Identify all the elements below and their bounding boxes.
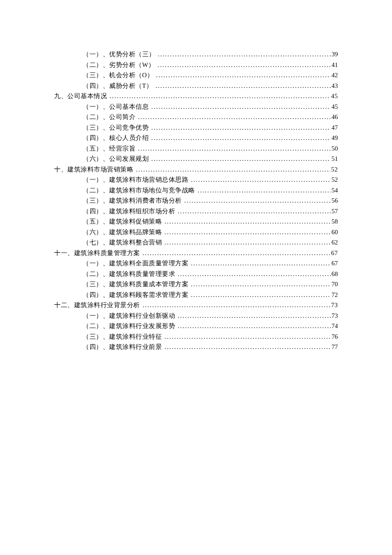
toc-entry-page: 42 [331, 70, 338, 81]
toc-leader-dots [110, 91, 330, 102]
toc-entry: （三）、机会分析（O）42 [83, 70, 338, 81]
toc-leader-dots [151, 154, 331, 164]
toc-entry-page: 73 [331, 311, 338, 321]
toc-entry-label: 九、公司基本情况 [54, 91, 107, 102]
toc-leader-dots [138, 112, 331, 122]
toc-entry: （二）、建筑涂料行业发展形势74 [83, 321, 338, 331]
toc-entry: （四）、建筑涂料顾客需求管理方案72 [83, 290, 338, 300]
toc-entry: （四）、建筑涂料行业前景77 [83, 342, 338, 352]
toc-leader-dots [151, 122, 331, 133]
toc-entry: （二）、公司简介46 [83, 112, 338, 122]
toc-entry-label: （四）、核心人员介绍 [83, 133, 149, 143]
toc-entry-page: 73 [331, 300, 338, 311]
toc-entry-page: 74 [331, 321, 338, 331]
toc-entry-page: 45 [331, 91, 338, 102]
toc-entry: （五）、经营宗旨50 [83, 143, 338, 154]
toc-entry-page: 52 [331, 174, 338, 185]
toc-entry: （六）、建筑涂料品牌策略60 [83, 227, 338, 238]
toc-entry-label: （一）、建筑涂料全面质量管理方案 [83, 258, 188, 269]
toc-leader-dots [138, 143, 331, 154]
toc-entry-label: （一）、建筑涂料市场营销总体思路 [83, 174, 188, 185]
toc-entry-label: （二）、建筑涂料行业发展形势 [83, 321, 175, 331]
toc-entry-label: （四）、威胁分析（T） [83, 81, 153, 91]
toc-entry-label: （三）、建筑涂料质量成本管理方案 [83, 279, 188, 290]
toc-entry-page: 72 [331, 290, 338, 300]
toc-entry-page: 77 [331, 342, 338, 352]
toc-entry: （一）、建筑涂料全面质量管理方案67 [83, 258, 338, 269]
toc-entry-page: 54 [331, 185, 338, 196]
toc-entry-page: 39 [331, 49, 338, 60]
toc-leader-dots [151, 102, 331, 112]
toc-entry-page: 62 [331, 237, 338, 248]
toc-entry-label: （二）、公司简介 [83, 112, 135, 122]
toc-entry-label: 十一、建筑涂料质量管理方案 [54, 248, 140, 259]
toc-leader-dots [156, 70, 331, 81]
toc-leader-dots [164, 216, 331, 227]
toc-entry: （七）、建筑涂料整合营销62 [83, 237, 338, 248]
toc-entry-label: （六）、公司发展规划 [83, 154, 149, 164]
toc-entry: （三）、公司竞争优势47 [83, 122, 338, 133]
toc-entry-page: 52 [331, 164, 338, 175]
toc-entry-page: 45 [331, 102, 338, 112]
toc-entry-page: 46 [331, 112, 338, 122]
toc-entry-page: 60 [331, 227, 338, 238]
toc-entry-label: （二）、建筑涂料市场地位与竞争战略 [83, 185, 195, 196]
toc-entry-label: （三）、建筑涂料消费者市场分析 [83, 195, 182, 206]
toc-entry-page: 67 [331, 248, 338, 259]
toc-leader-dots [156, 81, 331, 91]
toc-entry-label: （四）、建筑涂料组织市场分析 [83, 206, 175, 217]
toc-leader-dots [191, 279, 331, 290]
toc-leader-dots [151, 133, 331, 143]
toc-entry: （五）、建筑涂料促销策略58 [83, 216, 338, 227]
toc-entry-page: 67 [331, 258, 338, 269]
toc-leader-dots [178, 269, 331, 279]
toc-leader-dots [184, 195, 331, 206]
toc-entry-label: （三）、公司竞争优势 [83, 122, 149, 133]
toc-leader-dots [164, 342, 331, 352]
toc-entry-label: （五）、建筑涂料促销策略 [83, 216, 162, 227]
toc-entry: 十二、建筑涂料行业背景分析73 [54, 300, 338, 311]
toc-entry: 十一、建筑涂料质量管理方案67 [54, 248, 338, 259]
toc-entry: （四）、威胁分析（T）43 [83, 81, 338, 91]
toc-entry-page: 57 [331, 206, 338, 217]
toc-leader-dots [178, 321, 331, 331]
toc-entry: （六）、公司发展规划51 [83, 154, 338, 164]
toc-entry-label: 十、建筑涂料市场营销策略 [54, 164, 133, 175]
table-of-contents: （一）、优势分析（三）39（二）、劣势分析（W）41（三）、机会分析（O）42（… [54, 49, 338, 352]
toc-entry-page: 41 [331, 60, 338, 70]
toc-entry: （二）、建筑涂料市场地位与竞争战略54 [83, 185, 338, 196]
toc-entry: （一）、建筑涂料行业创新驱动73 [83, 311, 338, 321]
toc-entry-page: 68 [331, 269, 338, 279]
toc-entry: （三）、建筑涂料质量成本管理方案70 [83, 279, 338, 290]
toc-entry: 十、建筑涂料市场营销策略52 [54, 164, 338, 175]
toc-leader-dots [164, 331, 331, 342]
toc-entry-page: 56 [331, 195, 338, 206]
toc-entry: （一）、建筑涂料市场营销总体思路52 [83, 174, 338, 185]
toc-entry-label: （四）、建筑涂料行业前景 [83, 342, 162, 352]
toc-entry-label: （一）、优势分析（三） [83, 49, 156, 60]
toc-entry-page: 70 [331, 279, 338, 290]
toc-leader-dots [178, 311, 331, 321]
toc-entry-page: 50 [331, 143, 338, 154]
toc-entry: （二）、建筑涂料质量管理要求68 [83, 269, 338, 279]
toc-leader-dots [178, 206, 331, 217]
toc-entry: （一）、公司基本信息45 [83, 102, 338, 112]
toc-entry-label: （六）、建筑涂料品牌策略 [83, 227, 162, 238]
toc-entry-label: （三）、机会分析（O） [83, 70, 153, 81]
toc-leader-dots [143, 300, 331, 311]
toc-entry: （四）、核心人员介绍49 [83, 133, 338, 143]
toc-entry-page: 58 [331, 216, 338, 227]
toc-leader-dots [191, 174, 331, 185]
toc-entry-label: （二）、劣势分析（W） [83, 60, 155, 70]
toc-leader-dots [198, 185, 331, 196]
toc-entry-label: （四）、建筑涂料顾客需求管理方案 [83, 290, 188, 300]
toc-leader-dots [143, 248, 331, 259]
toc-entry-label: （五）、经营宗旨 [83, 143, 135, 154]
toc-leader-dots [191, 258, 331, 269]
toc-entry: （一）、优势分析（三）39 [83, 49, 338, 60]
toc-entry-page: 47 [331, 122, 338, 133]
toc-entry-page: 76 [331, 331, 338, 342]
toc-entry: （四）、建筑涂料组织市场分析57 [83, 206, 338, 217]
toc-entry-page: 43 [331, 81, 338, 91]
toc-entry: （三）、建筑涂料消费者市场分析56 [83, 195, 338, 206]
